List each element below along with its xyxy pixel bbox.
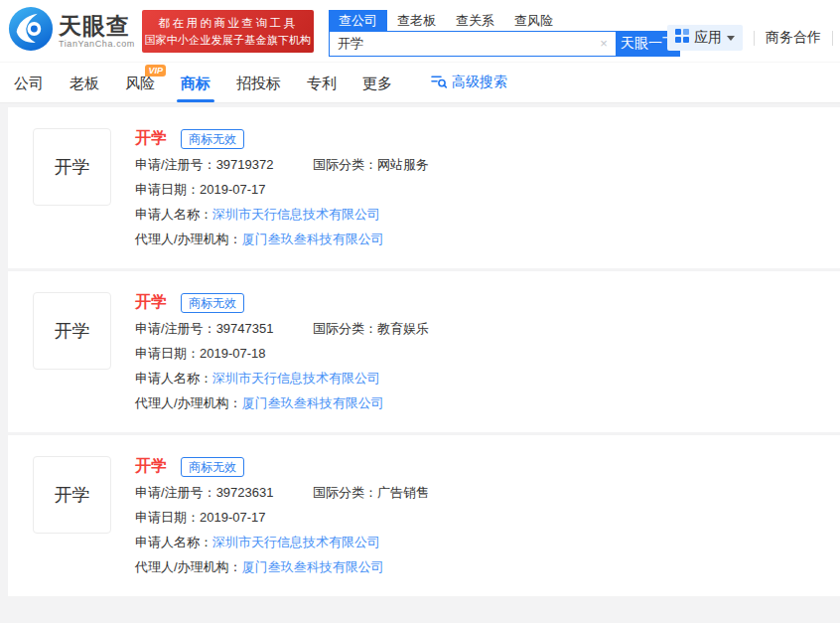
date-value: 2019-07-18 <box>200 346 266 361</box>
promo-banner: 都在用的商业查询工具 国家中小企业发展子基金旗下机构 <box>142 10 314 53</box>
reg-no-value: 39747351 <box>216 321 274 336</box>
agent-label: 代理人/办理机构： <box>135 232 242 246</box>
search-input[interactable] <box>330 36 596 51</box>
result-category-nav: 公司 老板 风险VIP 商标 招投标 专利 更多 高级搜索 <box>0 62 840 103</box>
agent-link[interactable]: 厦门叁玖叁科技有限公司 <box>242 395 384 410</box>
status-badge: 商标无效 <box>181 293 244 313</box>
search-type-tabs: 查公司 查老板 查关系 查风险 <box>329 10 680 31</box>
filter-search-icon <box>431 75 452 91</box>
grid-icon <box>675 29 689 47</box>
class-value: 教育娱乐 <box>377 321 429 336</box>
tab-company[interactable]: 公司 <box>14 63 44 102</box>
divider <box>754 31 755 46</box>
search-tab-boss[interactable]: 查老板 <box>387 10 446 31</box>
apps-label: 应用 <box>694 29 722 47</box>
advanced-search-label: 高级搜索 <box>452 74 507 91</box>
class-value: 广告销售 <box>377 485 429 500</box>
promo-banner-line1: 都在用的商业查询工具 <box>142 15 314 32</box>
tab-patent[interactable]: 专利 <box>307 63 337 102</box>
tab-risk[interactable]: 风险VIP <box>125 63 155 102</box>
trademark-title-link[interactable]: 开学 <box>135 456 167 477</box>
class-label: 国际分类： <box>313 485 377 500</box>
business-cooperation-link[interactable]: 商务合作 <box>766 29 821 47</box>
date-label: 申请日期： <box>135 182 200 197</box>
reg-no-label: 申请/注册号： <box>135 157 216 172</box>
trademark-image: 开学 <box>33 128 111 206</box>
tianyancha-eye-logo-icon <box>8 6 54 56</box>
applicant-label: 申请人名称： <box>135 371 212 386</box>
site-logo[interactable]: 天眼查 TianYanCha.com <box>8 6 135 56</box>
tab-boss[interactable]: 老板 <box>70 63 99 102</box>
header-right: 应用 商务合作 <box>667 25 840 51</box>
reg-no-value: 39719372 <box>216 157 274 172</box>
trademark-result-card: 开学 开学 商标无效 申请/注册号：39719372 国际分类：网站服务 申请日… <box>8 107 840 268</box>
agent-link[interactable]: 厦门叁玖叁科技有限公司 <box>242 232 384 246</box>
applicant-label: 申请人名称： <box>135 535 212 549</box>
applicant-link[interactable]: 深圳市天行信息技术有限公司 <box>212 371 380 386</box>
agent-label: 代理人/办理机构： <box>135 395 242 410</box>
applicant-link[interactable]: 深圳市天行信息技术有限公司 <box>212 535 380 549</box>
search-tab-company[interactable]: 查公司 <box>329 10 387 31</box>
site-header: 天眼查 TianYanCha.com 都在用的商业查询工具 国家中小企业发展子基… <box>0 0 840 62</box>
class-label: 国际分类： <box>313 321 377 336</box>
tab-bidding[interactable]: 招投标 <box>236 63 281 102</box>
trademark-image-text: 开学 <box>55 319 90 343</box>
status-badge: 商标无效 <box>181 129 244 149</box>
close-icon[interactable]: × <box>596 36 616 51</box>
date-label: 申请日期： <box>135 510 200 525</box>
class-value: 网站服务 <box>377 157 429 172</box>
trademark-result-card: 开学 开学 商标无效 申请/注册号：39723631 国际分类：广告销售 申请日… <box>8 435 840 596</box>
agent-label: 代理人/办理机构： <box>135 559 242 574</box>
trademark-image: 开学 <box>33 456 111 534</box>
tab-trademark[interactable]: 商标 <box>181 63 210 102</box>
date-value: 2019-07-17 <box>200 510 266 525</box>
reg-no-value: 39723631 <box>216 485 274 500</box>
trademark-result-card: 开学 开学 商标无效 申请/注册号：39747351 国际分类：教育娱乐 申请日… <box>8 271 840 432</box>
search-tab-risk[interactable]: 查风险 <box>504 10 563 31</box>
advanced-search-button[interactable]: 高级搜索 <box>431 63 507 102</box>
reg-no-label: 申请/注册号： <box>135 485 216 500</box>
divider <box>832 31 833 46</box>
trademark-title-link[interactable]: 开学 <box>135 292 167 313</box>
tab-more[interactable]: 更多 <box>362 63 392 102</box>
search-tab-relation[interactable]: 查关系 <box>446 10 504 31</box>
trademark-image-text: 开学 <box>55 483 90 507</box>
brand-domain: TianYanCha.com <box>59 39 135 49</box>
date-label: 申请日期： <box>135 346 200 361</box>
promo-banner-line2: 国家中小企业发展子基金旗下机构 <box>142 32 314 48</box>
results-list: 开学 开学 商标无效 申请/注册号：39719372 国际分类：网站服务 申请日… <box>0 103 840 596</box>
trademark-image-text: 开学 <box>55 155 90 179</box>
trademark-image: 开学 <box>33 292 111 370</box>
search-input-wrap: × <box>329 31 617 57</box>
class-label: 国际分类： <box>313 157 377 172</box>
applicant-label: 申请人名称： <box>135 207 212 222</box>
search-module: 查公司 查老板 查关系 查风险 × 天眼一下 <box>329 10 680 57</box>
date-value: 2019-07-17 <box>200 182 266 197</box>
agent-link[interactable]: 厦门叁玖叁科技有限公司 <box>242 559 384 574</box>
apps-menu[interactable]: 应用 <box>667 25 743 51</box>
reg-no-label: 申请/注册号： <box>135 321 216 336</box>
vip-badge: VIP <box>145 65 166 77</box>
status-badge: 商标无效 <box>181 457 244 477</box>
trademark-title-link[interactable]: 开学 <box>135 128 167 149</box>
applicant-link[interactable]: 深圳市天行信息技术有限公司 <box>212 207 380 222</box>
chevron-down-icon <box>727 36 735 41</box>
brand-name: 天眼查 <box>59 14 135 38</box>
